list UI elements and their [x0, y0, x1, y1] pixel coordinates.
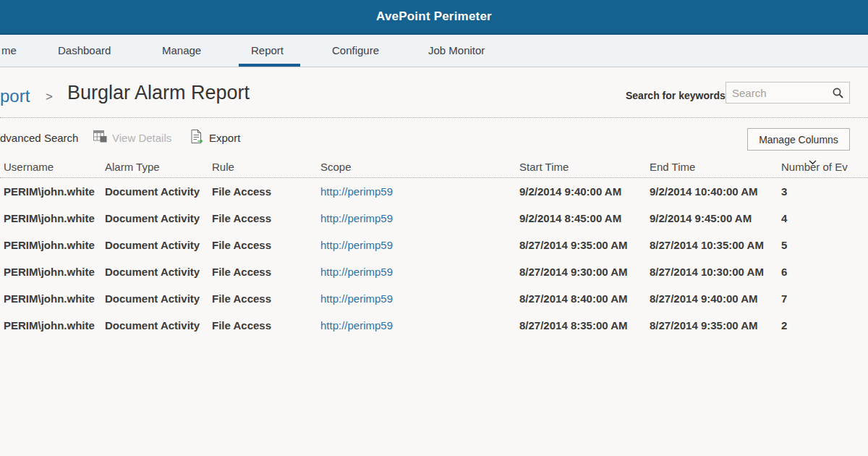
- cell-username: PERIM\john.white: [4, 212, 105, 224]
- table-row[interactable]: PERIM\john.white Document Activity File …: [0, 258, 868, 285]
- scope-link[interactable]: http://perimp59: [320, 239, 393, 251]
- scope-link[interactable]: http://perimp59: [320, 319, 393, 332]
- col-header-alarm-type[interactable]: Alarm Type: [105, 161, 212, 173]
- page-title: Burglar Alarm Report: [67, 82, 250, 104]
- cell-rule: File Access: [212, 319, 320, 332]
- tab-job-monitor[interactable]: Job Monitor: [428, 35, 485, 67]
- col-header-end-time[interactable]: End Time: [650, 161, 781, 173]
- col-header-rule[interactable]: Rule: [212, 161, 320, 173]
- cell-event-count: 3: [781, 185, 868, 198]
- cell-username: PERIM\john.white: [4, 319, 105, 332]
- cell-username: PERIM\john.white: [4, 239, 105, 251]
- cell-username: PERIM\john.white: [4, 185, 105, 198]
- search-input[interactable]: [726, 83, 829, 103]
- cell-start-time: 8/27/2014 9:35:00 AM: [519, 239, 650, 251]
- search-icon[interactable]: [832, 87, 844, 102]
- search-keywords-label: Search for keywords:: [626, 90, 728, 101]
- tab-manage[interactable]: Manage: [162, 35, 201, 67]
- cell-rule: File Access: [212, 292, 320, 305]
- cell-alarm-type: Document Activity: [105, 239, 212, 251]
- col-header-username[interactable]: Username: [4, 161, 105, 173]
- avepoint-perimeter-screen: AvePoint Perimeter me Dashboard Manage R…: [0, 0, 868, 456]
- manage-columns-button[interactable]: Manage Columns: [747, 128, 850, 151]
- search-box: [726, 82, 850, 104]
- table-row[interactable]: PERIM\john.white Document Activity File …: [0, 285, 868, 312]
- cell-end-time: 8/27/2014 9:35:00 AM: [650, 319, 781, 332]
- advanced-search-label: dvanced Search: [0, 132, 78, 144]
- col-header-scope[interactable]: Scope: [320, 161, 519, 173]
- cell-event-count: 4: [781, 212, 868, 224]
- cell-alarm-type: Document Activity: [105, 185, 212, 198]
- cell-start-time: 9/2/2014 9:40:00 AM: [519, 185, 650, 198]
- cell-event-count: 6: [781, 266, 868, 278]
- cell-start-time: 8/27/2014 9:30:00 AM: [519, 266, 650, 278]
- cell-end-time: 9/2/2014 10:40:00 AM: [650, 185, 781, 198]
- cell-end-time: 9/2/2014 9:45:00 AM: [650, 212, 781, 224]
- manage-columns-label: Manage Columns: [759, 134, 838, 145]
- col-header-event-count[interactable]: Number of Ev: [781, 161, 868, 173]
- col-header-start-time[interactable]: Start Time: [519, 161, 650, 173]
- table-row[interactable]: PERIM\john.white Document Activity File …: [0, 178, 868, 205]
- tab-report[interactable]: Report: [251, 35, 284, 67]
- cell-rule: File Access: [212, 185, 320, 198]
- cell-alarm-type: Document Activity: [105, 212, 212, 224]
- table-header: Username Alarm Type Rule Scope Start Tim…: [0, 151, 868, 178]
- table-row[interactable]: PERIM\john.white Document Activity File …: [0, 205, 868, 232]
- toolbar: dvanced Search View Details: [0, 118, 868, 151]
- cell-end-time: 8/27/2014 10:30:00 AM: [650, 266, 781, 278]
- cell-end-time: 8/27/2014 9:40:00 AM: [650, 292, 781, 305]
- app-header: AvePoint Perimeter: [0, 0, 868, 35]
- export-label: Export: [209, 132, 240, 144]
- cell-alarm-type: Document Activity: [105, 319, 212, 332]
- main-nav: me Dashboard Manage Report Configure Job…: [0, 35, 868, 67]
- cell-event-count: 7: [781, 292, 868, 305]
- view-details-button[interactable]: View Details: [93, 124, 171, 151]
- table-row[interactable]: PERIM\john.white Document Activity File …: [0, 232, 868, 258]
- cell-event-count: 5: [781, 239, 868, 251]
- tab-home[interactable]: me: [1, 35, 17, 67]
- scope-link[interactable]: http://perimp59: [320, 185, 393, 198]
- breadcrumb-link-report[interactable]: port: [0, 86, 30, 106]
- export-icon: [191, 129, 204, 146]
- breadcrumb-separator: >: [46, 90, 53, 104]
- cell-rule: File Access: [212, 266, 320, 278]
- cell-alarm-type: Document Activity: [105, 292, 212, 305]
- table-body: PERIM\john.white Document Activity File …: [0, 178, 868, 339]
- cell-start-time: 9/2/2014 8:45:00 AM: [519, 212, 650, 224]
- export-button[interactable]: Export: [191, 124, 240, 151]
- cell-rule: File Access: [212, 239, 320, 251]
- active-tab-underline: [239, 64, 300, 67]
- sort-chevron-down-icon[interactable]: [809, 155, 817, 167]
- cell-rule: File Access: [212, 212, 320, 224]
- cell-username: PERIM\john.white: [4, 292, 105, 305]
- cell-event-count: 2: [781, 319, 868, 332]
- table-row[interactable]: PERIM\john.white Document Activity File …: [0, 312, 868, 339]
- cell-username: PERIM\john.white: [4, 266, 105, 278]
- tab-dashboard[interactable]: Dashboard: [58, 35, 111, 67]
- cell-start-time: 8/27/2014 8:35:00 AM: [519, 319, 650, 332]
- scope-link[interactable]: http://perimp59: [320, 292, 393, 305]
- scope-link[interactable]: http://perimp59: [320, 266, 393, 278]
- view-details-label: View Details: [112, 132, 171, 144]
- scope-link[interactable]: http://perimp59: [320, 212, 393, 224]
- tab-configure[interactable]: Configure: [332, 35, 379, 67]
- cell-end-time: 8/27/2014 10:35:00 AM: [650, 239, 781, 251]
- app-title: AvePoint Perimeter: [376, 9, 492, 24]
- cell-alarm-type: Document Activity: [105, 266, 212, 278]
- view-details-icon: [93, 130, 107, 145]
- advanced-search-button[interactable]: dvanced Search: [0, 124, 78, 151]
- cell-start-time: 8/27/2014 8:40:00 AM: [519, 292, 650, 305]
- breadcrumb: port > Burglar Alarm Report Search for k…: [0, 67, 868, 117]
